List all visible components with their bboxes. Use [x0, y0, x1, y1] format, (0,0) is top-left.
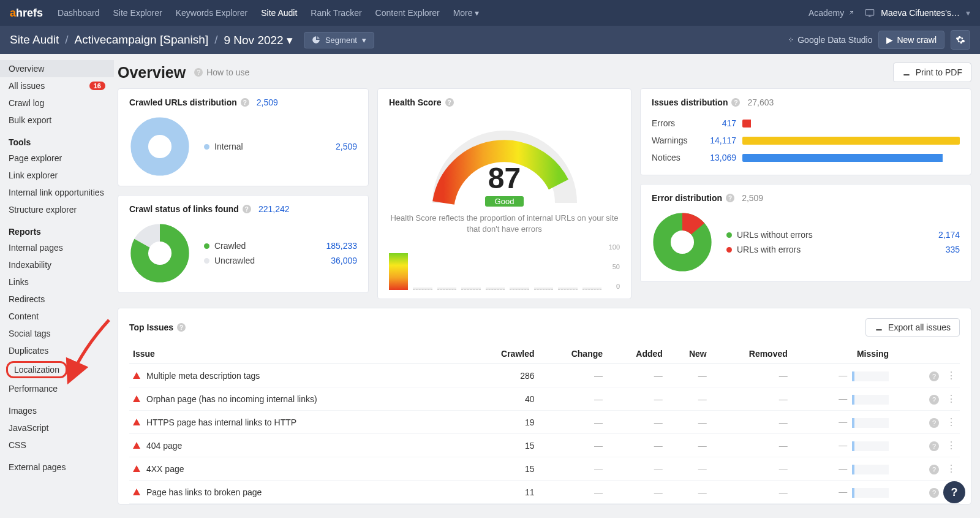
- breadcrumb: Site Audit/ Activecampaign [Spanish]/ 9 …: [10, 33, 293, 47]
- sidebar-item-links[interactable]: Links: [0, 273, 114, 291]
- issues-distribution-card: Issues distribution?27,603 Errors417Warn…: [640, 88, 971, 175]
- nav-item-rank-tracker[interactable]: Rank Tracker: [311, 8, 361, 18]
- legend-row: Crawled185,233: [204, 238, 357, 253]
- help-icon[interactable]: ?: [929, 418, 939, 428]
- issue-dist-row[interactable]: Errors417: [652, 115, 960, 132]
- sidebar-item-content[interactable]: Content: [0, 308, 114, 325]
- health-trend-chart: 100500: [389, 247, 620, 290]
- sidebar-item-localization[interactable]: Localization: [6, 361, 67, 378]
- nav-item-dashboard[interactable]: Dashboard: [58, 8, 100, 18]
- help-icon[interactable]: ?: [731, 98, 740, 107]
- logo[interactable]: ahrefs: [10, 7, 43, 20]
- how-to-use-link[interactable]: ?How to use: [194, 67, 249, 77]
- legend-value: 2,174: [938, 230, 960, 240]
- export-all-issues-button[interactable]: Export all issues: [865, 318, 960, 337]
- table-row[interactable]: 404 page15————— ?⋮: [129, 434, 960, 457]
- issue-dist-row[interactable]: Warnings14,117: [652, 132, 960, 149]
- col-added[interactable]: Added: [606, 344, 666, 364]
- help-icon[interactable]: ?: [243, 205, 251, 213]
- new-crawl-button[interactable]: ▶New crawl: [878, 31, 944, 49]
- legend-dot: [726, 247, 732, 253]
- table-row[interactable]: HTTPS page has internal links to HTTP19—…: [129, 411, 960, 434]
- sidebar-item-indexability[interactable]: Indexability: [0, 256, 114, 273]
- breadcrumb-project[interactable]: Activecampaign [Spanish]: [75, 33, 209, 47]
- issue-dist-row[interactable]: Notices13,069: [652, 149, 960, 166]
- download-icon: [902, 68, 911, 77]
- nav-item-content-explorer[interactable]: Content Explorer: [375, 8, 440, 18]
- table-row[interactable]: Page has links to broken page11————— ?⋮: [129, 481, 960, 504]
- table-row[interactable]: Multiple meta description tags286————— ?…: [129, 364, 960, 387]
- col-crawled[interactable]: Crawled: [466, 344, 538, 364]
- sidebar-item-redirects[interactable]: Redirects: [0, 291, 114, 308]
- legend-row: URLs without errors2,174: [726, 227, 960, 242]
- nav-item-more[interactable]: More ▾: [453, 8, 480, 18]
- sidebar-item-structure-explorer[interactable]: Structure explorer: [0, 201, 114, 218]
- breadcrumb-root[interactable]: Site Audit: [10, 33, 59, 47]
- table-row[interactable]: 4XX page15————— ?⋮: [129, 457, 960, 481]
- legend-label: URLs without errors: [737, 230, 933, 240]
- error-icon: [133, 465, 140, 472]
- help-icon[interactable]: ?: [929, 441, 939, 451]
- sidebar-item-page-explorer[interactable]: Page explorer: [0, 150, 114, 167]
- more-icon[interactable]: ⋮: [946, 463, 956, 474]
- segment-button[interactable]: Segment▾: [304, 32, 374, 48]
- sidebar-item-link-explorer[interactable]: Link explorer: [0, 167, 114, 184]
- help-icon[interactable]: ?: [929, 371, 939, 381]
- help-icon[interactable]: ?: [241, 98, 249, 107]
- missing-sparkline: [852, 488, 889, 498]
- sidebar-item-performance[interactable]: Performance: [0, 380, 114, 397]
- help-icon[interactable]: ?: [929, 488, 939, 498]
- nav-item-site-audit[interactable]: Site Audit: [261, 8, 297, 18]
- help-icon[interactable]: ?: [445, 98, 454, 107]
- table-row[interactable]: Orphan page (has no incoming internal li…: [129, 387, 960, 411]
- help-icon[interactable]: ?: [726, 194, 734, 202]
- topbar: ahrefs DashboardSite ExplorerKeywords Ex…: [0, 0, 980, 26]
- legend-row: Internal2,509: [204, 139, 357, 154]
- settings-button[interactable]: [951, 30, 970, 50]
- sidebar-item-duplicates[interactable]: Duplicates: [0, 342, 114, 359]
- sidebar-item-overview[interactable]: Overview: [0, 60, 114, 77]
- print-to-pdf-button[interactable]: Print to PDF: [893, 63, 971, 82]
- col-issue[interactable]: Issue: [129, 344, 466, 364]
- col-change[interactable]: Change: [538, 344, 607, 364]
- sidebar-item-bulk-export[interactable]: Bulk export: [0, 112, 114, 129]
- sidebar-item-social-tags[interactable]: Social tags: [0, 325, 114, 342]
- error-icon: [133, 489, 140, 495]
- sidebar-item-external-pages[interactable]: External pages: [0, 459, 114, 476]
- legend-label: Uncrawled: [214, 256, 326, 265]
- error-icon: [133, 419, 140, 425]
- help-fab[interactable]: ?: [943, 481, 965, 503]
- crawl-status-chart: [129, 223, 190, 284]
- gear-icon: [956, 35, 965, 45]
- user-menu[interactable]: Maeva Cifuentes's… ▾: [865, 8, 970, 18]
- sidebar-item-all-issues[interactable]: All issues16: [0, 77, 114, 94]
- svg-rect-0: [866, 10, 874, 15]
- sidebar-heading-tools: Tools: [0, 129, 114, 150]
- error-distribution-chart: [652, 211, 713, 273]
- sidebar-item-css[interactable]: CSS: [0, 436, 114, 454]
- sidebar-item-javascript[interactable]: JavaScript: [0, 419, 114, 436]
- more-icon[interactable]: ⋮: [946, 370, 956, 381]
- col-missing[interactable]: Missing: [791, 344, 892, 364]
- download-icon: [875, 323, 883, 332]
- academy-link[interactable]: Academy: [809, 8, 855, 18]
- main-nav: DashboardSite ExplorerKeywords ExplorerS…: [58, 8, 479, 18]
- more-icon[interactable]: ⋮: [946, 440, 956, 451]
- legend-value: 2,509: [336, 142, 357, 151]
- sidebar-item-internal-pages[interactable]: Internal pages: [0, 239, 114, 256]
- more-icon[interactable]: ⋮: [946, 394, 956, 404]
- breadcrumb-date[interactable]: 9 Nov 2022 ▾: [224, 33, 292, 47]
- sidebar-item-crawl-log[interactable]: Crawl log: [0, 94, 114, 112]
- nav-item-site-explorer[interactable]: Site Explorer: [113, 8, 162, 18]
- help-icon[interactable]: ?: [929, 465, 939, 474]
- col-removed[interactable]: Removed: [710, 344, 791, 364]
- sidebar-item-images[interactable]: Images: [0, 402, 114, 419]
- sidebar-item-internal-link-opportunities[interactable]: Internal link opportunities: [0, 184, 114, 201]
- col-new[interactable]: New: [666, 344, 710, 364]
- error-icon: [133, 395, 140, 402]
- help-icon[interactable]: ?: [929, 395, 939, 405]
- help-icon[interactable]: ?: [177, 323, 186, 332]
- google-data-studio-link[interactable]: ⁘Google Data Studio: [788, 35, 872, 45]
- more-icon[interactable]: ⋮: [946, 417, 956, 427]
- nav-item-keywords-explorer[interactable]: Keywords Explorer: [176, 8, 248, 18]
